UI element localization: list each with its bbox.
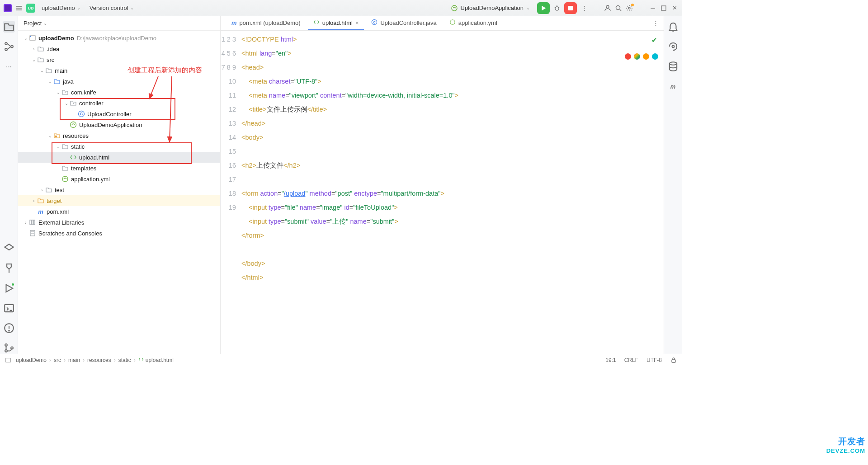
stop-button[interactable] (564, 2, 577, 14)
project-selector[interactable]: uploadDemo⌄ (39, 3, 83, 13)
tree-item[interactable]: ⌄java (18, 76, 220, 87)
expand-arrow-icon[interactable]: › (39, 188, 45, 193)
tree-item[interactable]: ⌄com.knife (18, 87, 220, 98)
line-gutter: 1 2 3 4 5 6 7 8 9 10 11 12 13 14 15 16 1… (221, 31, 241, 354)
browser-icon[interactable] (625, 53, 631, 60)
expand-arrow-icon[interactable]: ⌄ (39, 68, 45, 73)
editor-tabs: mpom.xml (uploadDemo) upload.html× CUplo… (221, 16, 664, 31)
tree-item[interactable]: application.yml (18, 174, 220, 184)
tree-item[interactable]: CUploadController (18, 108, 220, 119)
svg-point-26 (5, 344, 7, 346)
editor-tab-active[interactable]: upload.html× (308, 16, 364, 30)
package-icon (70, 99, 77, 107)
editor-tab[interactable]: mpom.xml (uploadDemo) (226, 16, 306, 30)
checkmark-icon[interactable]: ✔ (651, 33, 657, 47)
breadcrumb-item[interactable]: uploadDemo (5, 357, 47, 364)
breadcrumb-item[interactable]: src (54, 357, 61, 363)
maven-button[interactable]: m (667, 80, 679, 92)
tree-item[interactable]: ›External Libraries (18, 217, 220, 228)
git-tool-button[interactable] (3, 342, 15, 354)
expand-arrow-icon[interactable]: ⌄ (31, 57, 37, 62)
chevron-down-icon[interactable]: ⌄ (43, 21, 47, 26)
structure-tool-button[interactable] (3, 41, 15, 52)
expand-arrow-icon[interactable]: ⌄ (47, 79, 53, 84)
package-icon (61, 89, 69, 96)
browser-icon[interactable] (643, 53, 649, 60)
tree-item[interactable]: UploadDemoApplication (18, 119, 220, 130)
run-config-selector[interactable]: UploadDemoApplication ⌄ (447, 3, 533, 14)
build-tool-button[interactable] (3, 263, 15, 274)
ai-assistant-button[interactable] (667, 41, 679, 52)
tree-item-selected[interactable]: upload.html (18, 152, 220, 163)
chevron-down-icon: ⌄ (77, 5, 80, 10)
browser-icon[interactable] (634, 53, 640, 60)
services-tool-button[interactable] (3, 243, 15, 254)
maximize-window-icon[interactable] (660, 5, 667, 12)
tree-item[interactable]: ›target (18, 195, 220, 206)
code-content[interactable]: <!DOCTYPE html> <html lang="en"> <head> … (241, 31, 664, 354)
tree-item[interactable]: mpom.xml (18, 206, 220, 217)
minimize-window-icon[interactable]: ─ (649, 5, 656, 12)
expand-arrow-icon[interactable]: ⌄ (23, 36, 29, 41)
expand-arrow-icon[interactable]: › (31, 47, 37, 52)
hamburger-icon[interactable] (15, 5, 23, 12)
expand-arrow-icon[interactable]: ⌄ (55, 90, 61, 95)
file-encoding[interactable]: UTF-8 (646, 357, 662, 363)
svg-point-15 (5, 42, 7, 45)
line-ending[interactable]: CRLF (624, 357, 638, 363)
spring-yml-icon (449, 19, 456, 27)
debug-icon[interactable] (553, 5, 561, 12)
tree-item[interactable]: ⌄resources (18, 130, 220, 141)
expand-arrow-icon[interactable]: ⌄ (47, 133, 53, 138)
more-tools-button[interactable]: ⋯ (3, 61, 15, 72)
ide-logo-icon[interactable] (4, 4, 12, 12)
search-icon[interactable] (615, 5, 622, 12)
more-icon[interactable]: ⋮ (580, 5, 588, 12)
project-tree[interactable]: ⌄uploadDemoD:\javaworkplace\uploadDemo ›… (18, 31, 220, 354)
tree-item[interactable]: ›test (18, 184, 220, 195)
breadcrumb-item[interactable]: resources (87, 357, 111, 363)
folder-icon (45, 186, 52, 193)
run-button[interactable] (537, 2, 550, 14)
editor-tab[interactable]: application.yml (444, 16, 503, 30)
svg-text:C: C (80, 112, 83, 116)
expand-arrow-icon[interactable]: › (31, 198, 37, 203)
project-name: uploadDemo (42, 5, 75, 11)
editor-tab[interactable]: CUploadController.java (366, 16, 442, 30)
expand-arrow-icon[interactable]: › (23, 220, 29, 225)
problems-tool-button[interactable] (3, 322, 15, 334)
project-tool-button[interactable] (3, 21, 15, 33)
tree-item[interactable]: ⌄controller (18, 98, 220, 108)
tree-item[interactable]: templates (18, 163, 220, 174)
svg-rect-38 (30, 220, 31, 225)
svg-point-25 (9, 330, 9, 331)
caret-position[interactable]: 19:1 (605, 357, 616, 363)
browser-icon[interactable] (652, 53, 658, 60)
tree-root[interactable]: ⌄uploadDemoD:\javaworkplace\uploadDemo (18, 33, 220, 43)
expand-arrow-icon[interactable]: ⌄ (55, 144, 61, 149)
tree-item[interactable]: ⌄src (18, 54, 220, 65)
code-editor[interactable]: ✔ 1 2 3 4 5 6 7 8 9 10 11 12 13 14 15 16… (221, 31, 664, 354)
more-icon[interactable]: ⋮ (652, 20, 659, 27)
expand-arrow-icon[interactable]: ⌄ (63, 101, 70, 106)
breadcrumb-item[interactable]: main (68, 357, 80, 363)
account-icon[interactable] (604, 5, 611, 12)
svg-point-28 (11, 347, 13, 349)
settings-icon[interactable] (626, 5, 633, 12)
terminal-tool-button[interactable] (3, 302, 15, 314)
svg-point-35 (71, 122, 76, 128)
close-window-icon[interactable]: ✕ (671, 5, 678, 12)
database-button[interactable] (667, 61, 679, 72)
tree-item[interactable]: Scratches and Consoles (18, 228, 220, 239)
vcs-selector[interactable]: Version control⌄ (87, 3, 137, 13)
close-icon[interactable]: × (355, 19, 359, 26)
breadcrumb-item[interactable]: static (118, 357, 131, 363)
breadcrumb-item[interactable]: upload.html (138, 357, 174, 363)
tree-item[interactable]: ›.idea (18, 43, 220, 54)
tree-item[interactable]: ⌄static (18, 141, 220, 152)
notifications-button[interactable] (667, 21, 679, 33)
readonly-toggle-icon[interactable] (670, 357, 677, 364)
run-tool-button[interactable] (3, 282, 15, 294)
svg-rect-36 (55, 136, 57, 137)
svg-rect-14 (661, 6, 666, 10)
